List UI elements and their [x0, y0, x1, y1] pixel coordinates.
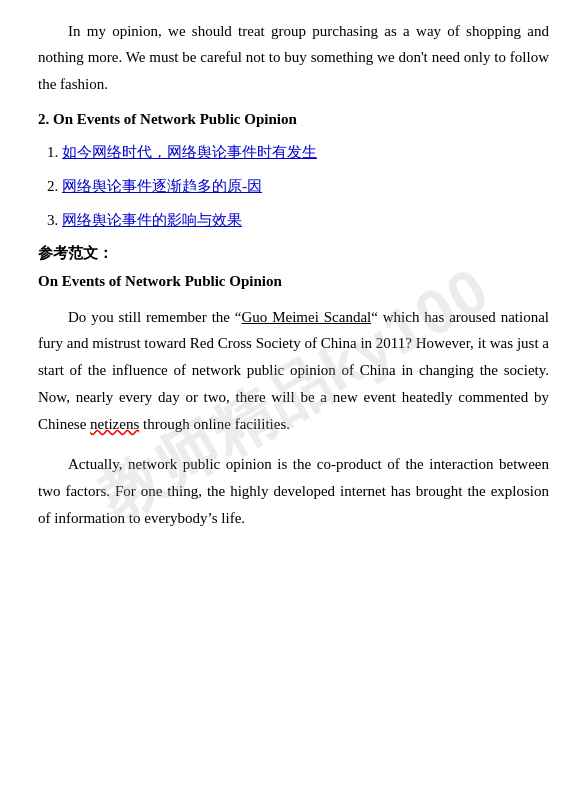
essay-paragraph-1: Do you still remember the “Guo Meimei Sc… [38, 304, 549, 437]
essay-heading: On Events of Network Public Opinion [38, 273, 549, 290]
ref-label: 参考范文： [38, 244, 549, 263]
essay-guo-meimei: Guo Meimei Scandal [242, 309, 372, 325]
intro-paragraph: In my opinion, we should treat group pur… [38, 18, 549, 97]
list-item: 网络舆论事件的影响与效果 [62, 208, 549, 232]
intro-text: In my opinion, we should treat group pur… [38, 23, 549, 92]
outline-item-1-text: 如今网络时代，网络舆论事件时有发生 [62, 144, 317, 160]
indent-space [38, 304, 68, 331]
essay-p1-part1: Do you still remember the “ [68, 309, 242, 325]
outline-item-2-text: 网络舆论事件逐渐趋多的原-因 [62, 178, 262, 194]
list-item: 如今网络时代，网络舆论事件时有发生 [62, 140, 549, 164]
essay-p1-part2: “ which has aroused national fury and mi… [38, 309, 549, 432]
essay-p1-part3: through online facilities. [139, 416, 290, 432]
section2-heading: 2. On Events of Network Public Opinion [38, 111, 549, 128]
essay-netizens: netizens [90, 416, 139, 432]
essay-p2-text: Actually, network public opinion is the … [38, 456, 549, 525]
list-item: 网络舆论事件逐渐趋多的原-因 [62, 174, 549, 198]
page: 教师精品ky100 In my opinion, we should treat… [0, 0, 587, 804]
essay-paragraph-2: Actually, network public opinion is the … [38, 451, 549, 531]
outline-list: 如今网络时代，网络舆论事件时有发生 网络舆论事件逐渐趋多的原-因 网络舆论事件的… [62, 140, 549, 232]
outline-item-3-text: 网络舆论事件的影响与效果 [62, 212, 242, 228]
indent-space-2 [38, 451, 68, 478]
